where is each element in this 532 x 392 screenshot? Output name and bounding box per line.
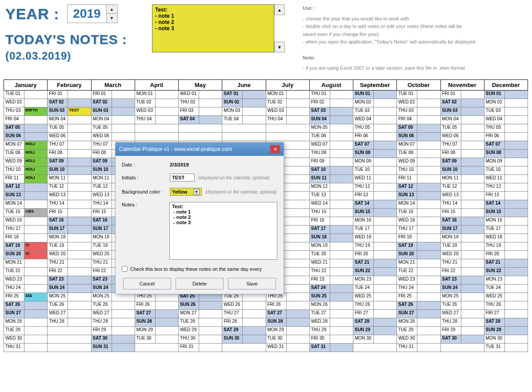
day-cell[interactable]: SAT 30 xyxy=(440,335,484,343)
day-cell[interactable]: MON 07 xyxy=(397,141,440,149)
day-cell[interactable]: SAT 31 xyxy=(309,343,353,352)
day-cell[interactable]: MON 11 xyxy=(440,174,484,183)
day-cell[interactable]: TUE 08 xyxy=(397,149,440,158)
close-icon[interactable]: ✕ xyxy=(270,145,280,153)
day-cell[interactable]: FRI 25 xyxy=(397,293,440,301)
day-cell[interactable]: SUN 06 xyxy=(397,132,440,141)
day-cell[interactable]: TUE 26 xyxy=(440,301,484,309)
day-cell[interactable]: SUN 13 xyxy=(4,191,48,200)
day-cell[interactable]: SAT 01 xyxy=(222,90,266,99)
day-cell[interactable]: THU 17 xyxy=(4,225,48,234)
day-cell[interactable]: MON 03 xyxy=(222,107,266,115)
day-cell[interactable]: WED 04 xyxy=(484,115,528,124)
day-cell[interactable]: WED 13 xyxy=(48,191,91,200)
day-cell[interactable]: FRI 11 xyxy=(397,174,440,183)
day-cell[interactable]: WED 23 xyxy=(397,276,440,284)
cancel-button[interactable]: Cancel xyxy=(123,278,171,289)
day-cell[interactable]: WED 25 xyxy=(484,293,528,301)
day-cell[interactable]: MON 26 xyxy=(309,301,353,309)
day-cell[interactable]: MON 28 xyxy=(397,318,440,326)
day-cell[interactable]: FRI 04 xyxy=(397,115,440,124)
day-cell[interactable]: SAT 12 xyxy=(4,183,48,191)
day-cell[interactable]: FRI 01 xyxy=(91,90,135,99)
day-cell[interactable]: MON 16 xyxy=(484,217,528,225)
day-cell[interactable]: FRI 18 xyxy=(397,234,440,242)
day-cell[interactable]: TUE 24 xyxy=(484,284,528,293)
day-cell[interactable]: WED 02 xyxy=(4,99,48,107)
day-cell[interactable]: TUE 03 xyxy=(353,107,397,115)
day-cell[interactable] xyxy=(48,335,91,343)
day-cell[interactable]: THU 19 xyxy=(353,242,397,250)
day-cell[interactable]: FRI 30 xyxy=(309,335,353,343)
day-cell[interactable]: TUE 02 xyxy=(266,99,309,107)
day-cell[interactable]: MON 28 xyxy=(4,318,48,326)
day-cell[interactable]: THU 10 xyxy=(397,166,440,174)
day-cell[interactable] xyxy=(440,343,484,352)
day-cell[interactable]: FRI 13 xyxy=(353,191,397,200)
day-cell[interactable]: SUN 10 xyxy=(48,166,91,174)
day-cell[interactable]: TUE 05 xyxy=(440,124,484,132)
day-cell[interactable] xyxy=(179,132,222,141)
day-cell[interactable]: SAT 28 xyxy=(484,318,528,326)
day-cell[interactable]: FRI 20 xyxy=(353,250,397,259)
day-cell[interactable]: SUN 02 xyxy=(222,99,266,107)
day-cell[interactable]: SUN 28 xyxy=(266,318,309,326)
day-cell[interactable]: THU 28 xyxy=(48,318,91,326)
day-cell[interactable]: THU 17 xyxy=(397,225,440,234)
day-cell[interactable]: FRI 01 xyxy=(48,90,91,99)
day-cell[interactable]: THU 19 xyxy=(484,242,528,250)
day-cell[interactable]: TUE 29 xyxy=(397,326,440,335)
day-cell[interactable]: WED 30 xyxy=(4,335,48,343)
day-cell[interactable]: MON 23 xyxy=(484,276,528,284)
day-cell[interactable]: FRI 03 xyxy=(179,107,222,115)
day-cell[interactable]: MON 18 xyxy=(48,234,91,242)
day-cell[interactable]: SAT 23 xyxy=(48,276,91,284)
day-cell[interactable]: SUN 22 xyxy=(484,267,528,276)
initials-input[interactable] xyxy=(170,174,195,182)
day-cell[interactable]: MON 21 xyxy=(4,259,48,267)
day-cell[interactable]: SUN 06 xyxy=(4,132,48,141)
day-cell[interactable]: SAT 24 xyxy=(309,284,353,293)
bg-color-select[interactable]: Yellow ▼ xyxy=(170,188,202,196)
day-cell[interactable]: MON 01 xyxy=(135,90,178,99)
day-cell[interactable]: WED 18 xyxy=(353,234,397,242)
day-cell[interactable]: SUN 30 xyxy=(222,335,266,343)
day-cell[interactable]: SAT 16 xyxy=(440,217,484,225)
day-cell[interactable]: SUN 20 xyxy=(397,250,440,259)
day-cell[interactable]: TUE 01 xyxy=(4,90,48,99)
day-cell[interactable]: SAT 29 xyxy=(222,326,266,335)
day-cell[interactable]: TUE 13 xyxy=(309,191,353,200)
day-cell[interactable]: FRI 08 xyxy=(48,149,91,158)
day-cell[interactable]: TUE 20 xyxy=(309,250,353,259)
day-cell[interactable] xyxy=(179,124,222,132)
day-cell[interactable]: SUN 26 xyxy=(179,301,222,309)
day-cell[interactable]: SUN 04 xyxy=(309,115,353,124)
day-cell[interactable]: SAT 23 xyxy=(440,276,484,284)
day-cell[interactable]: SUN 27 xyxy=(4,309,48,318)
day-cell[interactable]: SUN 29 xyxy=(484,326,528,335)
day-cell[interactable]: WED 21 xyxy=(309,259,353,267)
day-cell[interactable]: MON 02 xyxy=(353,99,397,107)
day-cell[interactable]: FRI 22 xyxy=(440,267,484,276)
day-cell[interactable]: MON 04 xyxy=(91,115,135,124)
day-cell[interactable]: TUE 28 xyxy=(179,318,222,326)
day-cell[interactable]: FRI 01 xyxy=(440,90,484,99)
day-cell[interactable]: THU 30 xyxy=(179,335,222,343)
day-cell[interactable]: SAT 19!!! xyxy=(4,242,48,250)
day-cell[interactable]: SUN 03TEST xyxy=(48,107,91,115)
day-cell[interactable]: THU 07 xyxy=(48,141,91,149)
day-cell[interactable]: THU 03BIRTH xyxy=(4,107,48,115)
day-cell[interactable] xyxy=(222,124,266,132)
day-cell[interactable]: WED 27 xyxy=(440,309,484,318)
day-cell[interactable]: MON 16 xyxy=(353,217,397,225)
day-cell[interactable]: FRI 18 xyxy=(4,234,48,242)
day-cell[interactable]: SAT 21 xyxy=(484,259,528,267)
day-cell[interactable]: SUN 25 xyxy=(309,293,353,301)
day-cell[interactable]: THU 28 xyxy=(91,318,135,326)
day-cell[interactable]: SAT 03 xyxy=(309,107,353,115)
day-cell[interactable]: MON 30 xyxy=(353,335,397,343)
day-cell[interactable]: SUN 15 xyxy=(484,208,528,217)
day-cell[interactable] xyxy=(135,124,178,132)
day-cell[interactable]: SAT 07 xyxy=(353,141,397,149)
day-cell[interactable]: MON 12 xyxy=(309,183,353,191)
